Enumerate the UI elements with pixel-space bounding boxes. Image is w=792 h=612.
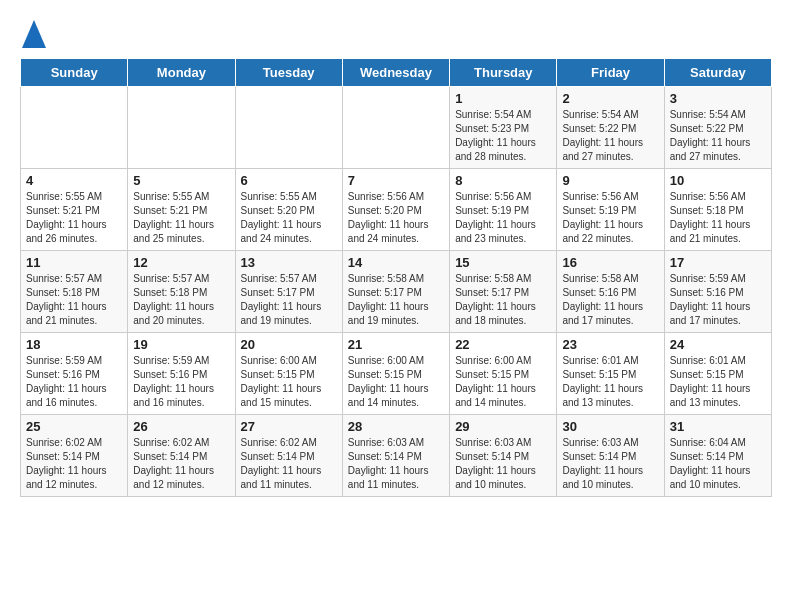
- day-info: Sunrise: 5:56 AM Sunset: 5:19 PM Dayligh…: [455, 190, 551, 246]
- day-number: 30: [562, 419, 658, 434]
- day-number: 22: [455, 337, 551, 352]
- day-number: 17: [670, 255, 766, 270]
- day-info: Sunrise: 6:03 AM Sunset: 5:14 PM Dayligh…: [562, 436, 658, 492]
- day-number: 19: [133, 337, 229, 352]
- day-number: 3: [670, 91, 766, 106]
- day-info: Sunrise: 5:55 AM Sunset: 5:20 PM Dayligh…: [241, 190, 337, 246]
- day-info: Sunrise: 6:03 AM Sunset: 5:14 PM Dayligh…: [348, 436, 444, 492]
- day-info: Sunrise: 5:59 AM Sunset: 5:16 PM Dayligh…: [670, 272, 766, 328]
- day-number: 13: [241, 255, 337, 270]
- day-info: Sunrise: 5:58 AM Sunset: 5:17 PM Dayligh…: [455, 272, 551, 328]
- calendar-week-row: 18Sunrise: 5:59 AM Sunset: 5:16 PM Dayli…: [21, 333, 772, 415]
- calendar-week-row: 11Sunrise: 5:57 AM Sunset: 5:18 PM Dayli…: [21, 251, 772, 333]
- day-info: Sunrise: 5:59 AM Sunset: 5:16 PM Dayligh…: [133, 354, 229, 410]
- calendar-header: SundayMondayTuesdayWednesdayThursdayFrid…: [21, 59, 772, 87]
- day-number: 31: [670, 419, 766, 434]
- calendar-cell: 9Sunrise: 5:56 AM Sunset: 5:19 PM Daylig…: [557, 169, 664, 251]
- calendar-cell: [128, 87, 235, 169]
- day-number: 15: [455, 255, 551, 270]
- day-info: Sunrise: 5:57 AM Sunset: 5:17 PM Dayligh…: [241, 272, 337, 328]
- calendar-week-row: 25Sunrise: 6:02 AM Sunset: 5:14 PM Dayli…: [21, 415, 772, 497]
- logo: [20, 20, 46, 48]
- day-info: Sunrise: 6:02 AM Sunset: 5:14 PM Dayligh…: [26, 436, 122, 492]
- header-sunday: Sunday: [21, 59, 128, 87]
- day-number: 20: [241, 337, 337, 352]
- calendar-cell: 4Sunrise: 5:55 AM Sunset: 5:21 PM Daylig…: [21, 169, 128, 251]
- day-number: 24: [670, 337, 766, 352]
- day-info: Sunrise: 6:01 AM Sunset: 5:15 PM Dayligh…: [562, 354, 658, 410]
- day-number: 12: [133, 255, 229, 270]
- calendar-week-row: 1Sunrise: 5:54 AM Sunset: 5:23 PM Daylig…: [21, 87, 772, 169]
- day-info: Sunrise: 5:54 AM Sunset: 5:23 PM Dayligh…: [455, 108, 551, 164]
- day-info: Sunrise: 6:01 AM Sunset: 5:15 PM Dayligh…: [670, 354, 766, 410]
- header-wednesday: Wednesday: [342, 59, 449, 87]
- day-info: Sunrise: 5:55 AM Sunset: 5:21 PM Dayligh…: [133, 190, 229, 246]
- header-friday: Friday: [557, 59, 664, 87]
- calendar-body: 1Sunrise: 5:54 AM Sunset: 5:23 PM Daylig…: [21, 87, 772, 497]
- day-info: Sunrise: 5:58 AM Sunset: 5:16 PM Dayligh…: [562, 272, 658, 328]
- day-info: Sunrise: 5:58 AM Sunset: 5:17 PM Dayligh…: [348, 272, 444, 328]
- calendar-cell: 19Sunrise: 5:59 AM Sunset: 5:16 PM Dayli…: [128, 333, 235, 415]
- calendar-cell: [235, 87, 342, 169]
- day-info: Sunrise: 6:02 AM Sunset: 5:14 PM Dayligh…: [241, 436, 337, 492]
- calendar-cell: 8Sunrise: 5:56 AM Sunset: 5:19 PM Daylig…: [450, 169, 557, 251]
- calendar-cell: 10Sunrise: 5:56 AM Sunset: 5:18 PM Dayli…: [664, 169, 771, 251]
- header-row: SundayMondayTuesdayWednesdayThursdayFrid…: [21, 59, 772, 87]
- day-number: 29: [455, 419, 551, 434]
- calendar-cell: 27Sunrise: 6:02 AM Sunset: 5:14 PM Dayli…: [235, 415, 342, 497]
- calendar-cell: 16Sunrise: 5:58 AM Sunset: 5:16 PM Dayli…: [557, 251, 664, 333]
- calendar-cell: 28Sunrise: 6:03 AM Sunset: 5:14 PM Dayli…: [342, 415, 449, 497]
- calendar-cell: 2Sunrise: 5:54 AM Sunset: 5:22 PM Daylig…: [557, 87, 664, 169]
- page-header: [20, 20, 772, 48]
- calendar-cell: 7Sunrise: 5:56 AM Sunset: 5:20 PM Daylig…: [342, 169, 449, 251]
- calendar-cell: 13Sunrise: 5:57 AM Sunset: 5:17 PM Dayli…: [235, 251, 342, 333]
- calendar-cell: 26Sunrise: 6:02 AM Sunset: 5:14 PM Dayli…: [128, 415, 235, 497]
- day-info: Sunrise: 6:00 AM Sunset: 5:15 PM Dayligh…: [241, 354, 337, 410]
- header-monday: Monday: [128, 59, 235, 87]
- calendar-cell: [342, 87, 449, 169]
- day-number: 1: [455, 91, 551, 106]
- calendar-cell: 25Sunrise: 6:02 AM Sunset: 5:14 PM Dayli…: [21, 415, 128, 497]
- calendar-cell: 30Sunrise: 6:03 AM Sunset: 5:14 PM Dayli…: [557, 415, 664, 497]
- day-info: Sunrise: 5:54 AM Sunset: 5:22 PM Dayligh…: [670, 108, 766, 164]
- calendar-cell: 29Sunrise: 6:03 AM Sunset: 5:14 PM Dayli…: [450, 415, 557, 497]
- day-number: 6: [241, 173, 337, 188]
- day-number: 23: [562, 337, 658, 352]
- day-number: 18: [26, 337, 122, 352]
- calendar-cell: 23Sunrise: 6:01 AM Sunset: 5:15 PM Dayli…: [557, 333, 664, 415]
- calendar-cell: 3Sunrise: 5:54 AM Sunset: 5:22 PM Daylig…: [664, 87, 771, 169]
- day-info: Sunrise: 6:00 AM Sunset: 5:15 PM Dayligh…: [455, 354, 551, 410]
- day-number: 14: [348, 255, 444, 270]
- calendar-cell: 22Sunrise: 6:00 AM Sunset: 5:15 PM Dayli…: [450, 333, 557, 415]
- day-info: Sunrise: 6:04 AM Sunset: 5:14 PM Dayligh…: [670, 436, 766, 492]
- day-number: 9: [562, 173, 658, 188]
- calendar-cell: 5Sunrise: 5:55 AM Sunset: 5:21 PM Daylig…: [128, 169, 235, 251]
- calendar-cell: 20Sunrise: 6:00 AM Sunset: 5:15 PM Dayli…: [235, 333, 342, 415]
- calendar-cell: 31Sunrise: 6:04 AM Sunset: 5:14 PM Dayli…: [664, 415, 771, 497]
- logo-icon: [22, 20, 46, 48]
- calendar-cell: 11Sunrise: 5:57 AM Sunset: 5:18 PM Dayli…: [21, 251, 128, 333]
- day-info: Sunrise: 6:00 AM Sunset: 5:15 PM Dayligh…: [348, 354, 444, 410]
- calendar-cell: 18Sunrise: 5:59 AM Sunset: 5:16 PM Dayli…: [21, 333, 128, 415]
- day-number: 8: [455, 173, 551, 188]
- header-saturday: Saturday: [664, 59, 771, 87]
- calendar-cell: 24Sunrise: 6:01 AM Sunset: 5:15 PM Dayli…: [664, 333, 771, 415]
- day-number: 28: [348, 419, 444, 434]
- day-info: Sunrise: 5:54 AM Sunset: 5:22 PM Dayligh…: [562, 108, 658, 164]
- day-info: Sunrise: 6:03 AM Sunset: 5:14 PM Dayligh…: [455, 436, 551, 492]
- day-number: 16: [562, 255, 658, 270]
- day-info: Sunrise: 5:57 AM Sunset: 5:18 PM Dayligh…: [26, 272, 122, 328]
- day-number: 25: [26, 419, 122, 434]
- header-tuesday: Tuesday: [235, 59, 342, 87]
- svg-marker-0: [22, 20, 46, 48]
- header-thursday: Thursday: [450, 59, 557, 87]
- calendar-cell: 12Sunrise: 5:57 AM Sunset: 5:18 PM Dayli…: [128, 251, 235, 333]
- calendar-cell: 17Sunrise: 5:59 AM Sunset: 5:16 PM Dayli…: [664, 251, 771, 333]
- calendar-cell: 6Sunrise: 5:55 AM Sunset: 5:20 PM Daylig…: [235, 169, 342, 251]
- day-number: 26: [133, 419, 229, 434]
- day-info: Sunrise: 6:02 AM Sunset: 5:14 PM Dayligh…: [133, 436, 229, 492]
- calendar-cell: 15Sunrise: 5:58 AM Sunset: 5:17 PM Dayli…: [450, 251, 557, 333]
- day-number: 4: [26, 173, 122, 188]
- calendar-cell: [21, 87, 128, 169]
- day-info: Sunrise: 5:55 AM Sunset: 5:21 PM Dayligh…: [26, 190, 122, 246]
